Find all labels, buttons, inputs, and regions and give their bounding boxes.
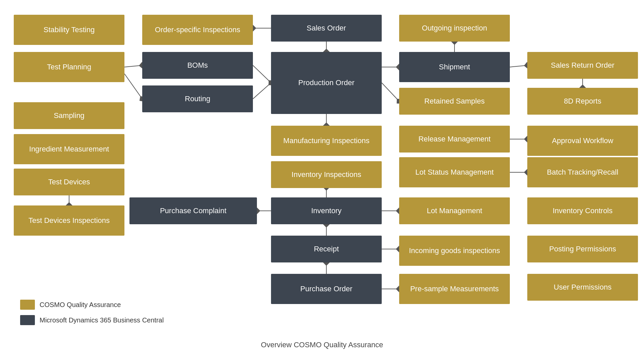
order-specific-inspections-box: Order-specific Inspections xyxy=(142,15,253,45)
lot-status-management-box: Lot Status Management xyxy=(399,157,510,187)
sampling-box: Sampling xyxy=(14,102,124,129)
svg-line-8 xyxy=(253,83,271,99)
svg-line-4 xyxy=(124,65,142,67)
outgoing-inspection-box: Outgoing inspection xyxy=(399,15,510,42)
pre-sample-measurements-box: Pre-sample Measurements xyxy=(399,274,510,304)
legend-dark-label: Microsoft Dynamics 365 Business Central xyxy=(40,316,164,324)
boms-box: BOMs xyxy=(142,52,253,79)
svg-line-5 xyxy=(124,74,142,99)
test-planning-box: Test Planning xyxy=(14,52,124,82)
diagram-container: Stability Testing Test Planning Sampling… xyxy=(0,0,644,362)
legend-dark-box xyxy=(20,315,35,325)
legend-gold: COSMO Quality Assurance xyxy=(20,300,164,310)
inventory-inspections-box: Inventory Inspections xyxy=(271,161,382,188)
sales-order-box: Sales Order xyxy=(271,15,382,42)
retained-samples-box: Retained Samples xyxy=(399,88,510,115)
receipt-box: Receipt xyxy=(271,236,382,262)
test-devices-inspections-box: Test Devices Inspections xyxy=(14,205,124,236)
incoming-goods-inspections-box: Incoming goods inspections xyxy=(399,236,510,266)
routing-box: Routing xyxy=(142,85,253,112)
svg-line-11 xyxy=(382,83,399,101)
release-management-box: Release Management xyxy=(399,126,510,153)
manufacturing-inspections-box: Manufacturing Inspections xyxy=(271,126,382,156)
legend: COSMO Quality Assurance Microsoft Dynami… xyxy=(20,300,164,325)
stability-testing-box: Stability Testing xyxy=(14,15,124,45)
inventory-box: Inventory xyxy=(271,197,382,224)
posting-permissions-box: Posting Permissions xyxy=(527,236,638,262)
shipment-box: Shipment xyxy=(399,52,510,82)
8d-reports-box: 8D Reports xyxy=(527,88,638,115)
svg-line-7 xyxy=(253,65,271,83)
test-devices-box: Test Devices xyxy=(14,169,124,195)
purchase-complaint-box: Purchase Complaint xyxy=(129,197,257,224)
legend-gold-box xyxy=(20,300,35,310)
lot-management-box: Lot Management xyxy=(399,197,510,224)
legend-dark: Microsoft Dynamics 365 Business Central xyxy=(20,315,164,325)
production-order-box: Production Order xyxy=(271,52,382,114)
sales-return-order-box: Sales Return Order xyxy=(527,52,638,79)
batch-tracking-recall-box: Batch Tracking/Recall xyxy=(527,157,638,187)
legend-gold-label: COSMO Quality Assurance xyxy=(40,301,121,309)
inventory-controls-box: Inventory Controls xyxy=(527,197,638,224)
approval-workflow-box: Approval Workflow xyxy=(527,126,638,156)
ingredient-measurement-box: Ingredient Measurement xyxy=(14,134,124,164)
user-permissions-box: User Permissions xyxy=(527,274,638,301)
footer-title: Overview COSMO Quality Assurance xyxy=(261,341,383,349)
purchase-order-box: Purchase Order xyxy=(271,274,382,304)
svg-line-13 xyxy=(510,65,527,67)
